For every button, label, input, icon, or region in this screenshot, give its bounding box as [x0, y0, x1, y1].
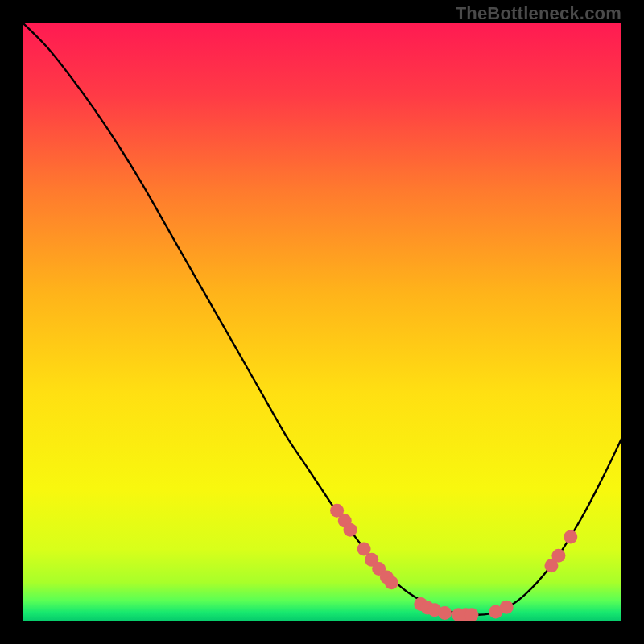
data-marker [438, 606, 452, 620]
data-marker [551, 549, 565, 563]
data-marker [385, 576, 398, 589]
chart-frame: TheBottleneck.com [0, 0, 644, 644]
data-marker [564, 530, 577, 544]
data-marker [500, 601, 514, 614]
bottleneck-chart [23, 23, 621, 621]
watermark-text: TheBottleneck.com [456, 3, 621, 24]
data-marker [343, 523, 357, 537]
data-marker [465, 608, 479, 621]
plot-area [23, 23, 621, 621]
gradient-background [23, 23, 621, 621]
